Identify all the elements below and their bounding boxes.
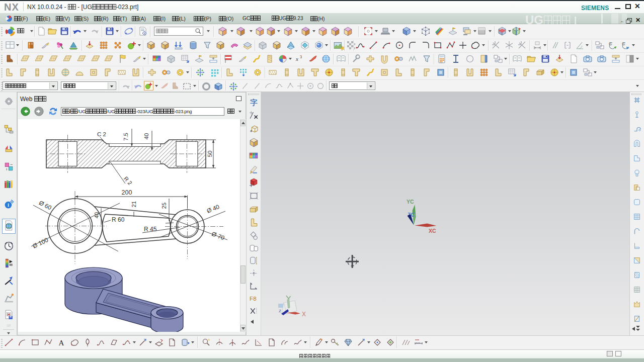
svg-text:50: 50 [207,151,213,157]
svg-text:21: 21 [131,201,137,207]
svg-text:40: 40 [143,133,149,140]
svg-text:Ø 60: Ø 60 [38,199,53,211]
svg-text:XC: XC [429,228,436,234]
svg-text:R 60: R 60 [112,216,125,223]
svg-text:Ø 100: Ø 100 [31,236,49,250]
svg-text:Ø 40: Ø 40 [206,203,221,215]
svg-text:R 2: R 2 [123,175,133,186]
svg-text:200: 200 [122,189,132,196]
svg-text:Z: Z [279,309,281,313]
svg-text:YC: YC [407,199,414,205]
svg-text:X: X [302,311,306,318]
svg-text:7.5: 7.5 [123,133,129,141]
svg-text:25: 25 [161,203,167,209]
svg-text:40: 40 [94,212,100,218]
svg-text:Ø 70: Ø 70 [211,230,226,242]
svg-text:C 2: C 2 [97,131,106,137]
